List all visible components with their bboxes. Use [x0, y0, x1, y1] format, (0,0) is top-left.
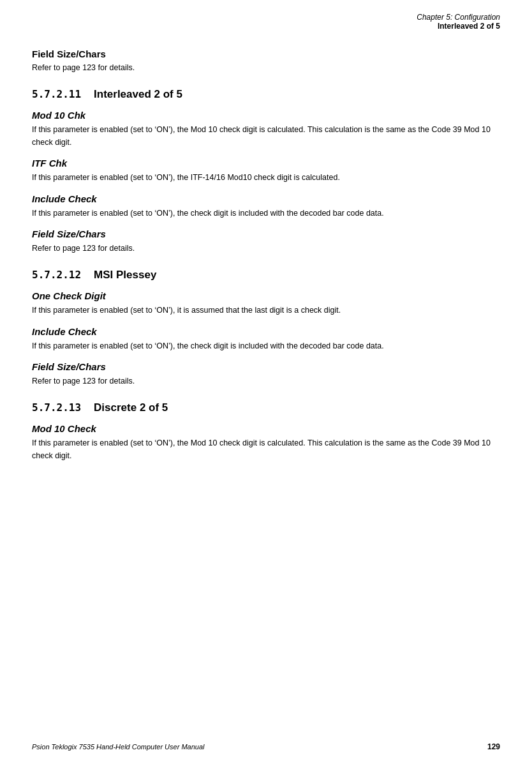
one-check-digit-section: One Check Digit If this parameter is ena… [32, 290, 500, 317]
page-footer: Psion Teklogix 7535 Hand-Held Computer U… [0, 742, 532, 751]
include-check-heading-1: Include Check [32, 193, 500, 204]
section-number-5-7-2-13: 5.7.2.13 [32, 401, 81, 414]
mod-10-chk-heading: Mod 10 Chk [32, 110, 500, 121]
numbered-heading-5-7-2-12: 5.7.2.12 MSI Plessey [32, 269, 500, 281]
field-size-chars-section-1: Field Size/Chars Refer to page 123 for d… [32, 49, 500, 74]
numbered-heading-5-7-2-11: 5.7.2.11 Interleaved 2 of 5 [32, 88, 500, 101]
section-title-5-7-2-13: Discrete 2 of 5 [94, 401, 168, 414]
itf-chk-heading: ITF Chk [32, 158, 500, 169]
page-container: Chapter 5: Configuration Interleaved 2 o… [0, 0, 532, 764]
field-size-chars-heading-1: Field Size/Chars [32, 49, 500, 59]
itf-chk-section: ITF Chk If this parameter is enabled (se… [32, 158, 500, 184]
include-check-section-2: Include Check If this parameter is enabl… [32, 326, 500, 352]
section-number-5-7-2-11: 5.7.2.11 [32, 88, 81, 101]
one-check-digit-heading: One Check Digit [32, 290, 500, 301]
field-size-chars-body-2: Refer to page 123 for details. [32, 243, 500, 255]
mod-10-check-heading: Mod 10 Check [32, 423, 500, 434]
field-size-chars-section-3: Field Size/Chars Refer to page 123 for d… [32, 361, 500, 387]
itf-chk-body: If this parameter is enabled (set to ‘ON… [32, 172, 500, 184]
field-size-chars-body-1: Refer to page 123 for details. [32, 62, 500, 74]
include-check-section-1: Include Check If this parameter is enabl… [32, 193, 500, 220]
mod-10-check-body: If this parameter is enabled (set to ‘ON… [32, 437, 500, 462]
section-5-7-2-13: 5.7.2.13 Discrete 2 of 5 Mod 10 Check If… [32, 401, 500, 462]
numbered-heading-5-7-2-13: 5.7.2.13 Discrete 2 of 5 [32, 401, 500, 414]
section-number-5-7-2-12: 5.7.2.12 [32, 269, 81, 281]
page-number: 129 [487, 742, 500, 751]
page-header: Chapter 5: Configuration Interleaved 2 o… [32, 13, 500, 31]
field-size-chars-heading-2: Field Size/Chars [32, 228, 500, 239]
field-size-chars-section-2: Field Size/Chars Refer to page 123 for d… [32, 228, 500, 255]
section-title: Interleaved 2 of 5 [32, 22, 500, 31]
include-check-body-2: If this parameter is enabled (set to ‘ON… [32, 340, 500, 352]
field-size-chars-body-3: Refer to page 123 for details. [32, 375, 500, 387]
field-size-chars-heading-3: Field Size/Chars [32, 361, 500, 372]
section-title-5-7-2-11: Interleaved 2 of 5 [94, 88, 182, 101]
section-5-7-2-12: 5.7.2.12 MSI Plessey One Check Digit If … [32, 269, 500, 387]
section-5-7-2-11: 5.7.2.11 Interleaved 2 of 5 Mod 10 Chk I… [32, 88, 500, 255]
footer-left-text: Psion Teklogix 7535 Hand-Held Computer U… [32, 743, 204, 751]
include-check-body-1: If this parameter is enabled (set to ‘ON… [32, 207, 500, 220]
mod-10-chk-section: Mod 10 Chk If this parameter is enabled … [32, 110, 500, 149]
section-title-5-7-2-12: MSI Plessey [94, 269, 156, 281]
mod-10-check-section: Mod 10 Check If this parameter is enable… [32, 423, 500, 462]
chapter-title: Chapter 5: Configuration [32, 13, 500, 22]
include-check-heading-2: Include Check [32, 326, 500, 337]
mod-10-chk-body: If this parameter is enabled (set to ‘ON… [32, 124, 500, 149]
one-check-digit-body: If this parameter is enabled (set to ‘ON… [32, 304, 500, 317]
